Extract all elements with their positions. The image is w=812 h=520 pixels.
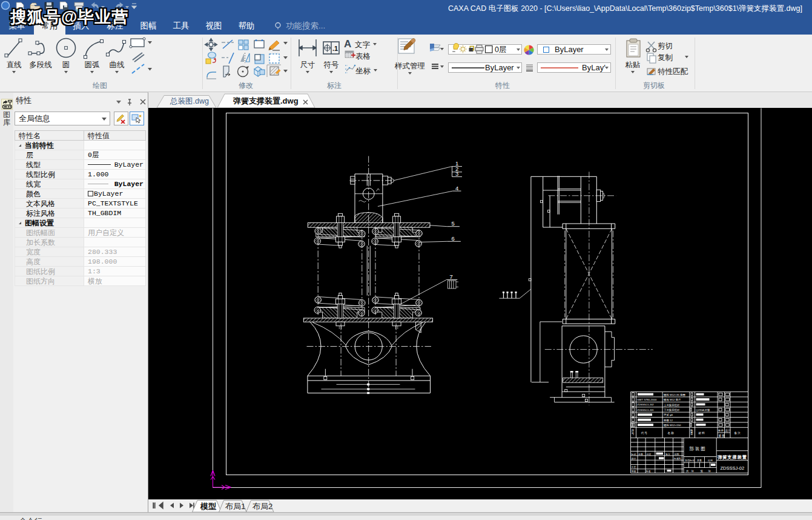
svg-text:质量: 质量 (697, 459, 702, 462)
svg-text:上支撑座组焊: 上支撑座组焊 (664, 404, 680, 407)
svg-text:布局1: 布局1 (225, 502, 245, 511)
svg-text:螺栓 M12×150: 螺栓 M12×150 (664, 424, 681, 427)
svg-text:3: 3 (455, 170, 458, 177)
svg-text:A: A (344, 38, 351, 50)
svg-text:张: 张 (692, 470, 695, 473)
svg-text:5: 5 (452, 220, 455, 227)
svg-text:下支撑座组焊: 下支撑座组焊 (664, 408, 680, 412)
svg-text:标记: 标记 (631, 453, 636, 456)
svg-text:弹簧 φ6: 弹簧 φ6 (664, 413, 673, 416)
svg-text:7: 7 (450, 273, 453, 280)
svg-text:垫圈 12: 垫圈 12 (664, 419, 673, 422)
svg-text:量: 量 (690, 432, 693, 435)
svg-text:张: 张 (708, 470, 711, 473)
svg-text:Q235A 焊接: Q235A 焊接 (696, 408, 710, 412)
svg-text:备 注: 备 注 (734, 432, 741, 435)
svg-text:螺母 M12 垫片: 螺母 M12 垫片 (664, 398, 681, 401)
svg-text:号: 号 (632, 432, 635, 435)
svg-text:重 量: 重 量 (719, 434, 725, 438)
svg-text:螺栓 M12×35 垫圈: 螺栓 M12×35 垫圈 (664, 393, 685, 396)
svg-text:ZDSSSJ-LJ01: ZDSSSJ-LJ01 (637, 408, 654, 412)
svg-text:.1: .1 (332, 45, 338, 52)
svg-text:0层: 0层 (495, 45, 506, 54)
svg-text:部装图: 部装图 (689, 446, 707, 452)
svg-text:材 料: 材 料 (698, 432, 705, 435)
svg-text:模型: 模型 (200, 502, 216, 511)
svg-text:签字: 签字 (665, 453, 670, 456)
svg-text:弹簧支撑装置.dwg: 弹簧支撑装置.dwg (233, 96, 299, 105)
svg-text:序: 序 (632, 429, 635, 432)
svg-text:工艺: 工艺 (632, 465, 636, 468)
svg-text:数: 数 (690, 429, 693, 432)
svg-text:审核: 审核 (632, 470, 636, 473)
svg-text:代 号: 代 号 (641, 432, 648, 435)
svg-text:名 称: 名 称 (668, 432, 675, 435)
svg-text:处数: 处数 (639, 453, 644, 456)
svg-text:布局2: 布局2 (252, 502, 272, 511)
svg-text:ZDSSSJ-02: ZDSSSJ-02 (720, 465, 744, 471)
svg-text:单件: 单件 (718, 429, 724, 432)
svg-text:第: 第 (701, 470, 704, 473)
svg-text:GB/T 5780-2000: GB/T 5780-2000 (637, 398, 657, 401)
svg-text:总装图.dwg: 总装图.dwg (170, 97, 209, 105)
svg-text:设计: 设计 (632, 457, 636, 460)
svg-text:4: 4 (455, 185, 458, 192)
svg-text:比例: 比例 (708, 459, 713, 462)
svg-text:ZDSSSJ-LJ02: ZDSSSJ-LJ02 (637, 403, 654, 406)
svg-text:分区: 分区 (647, 453, 652, 456)
svg-text:日期: 日期 (675, 453, 679, 456)
svg-text:标准化: 标准化 (673, 457, 681, 460)
svg-text:总计: 总计 (725, 429, 731, 432)
svg-text:批准: 批准 (646, 470, 651, 473)
svg-text:阶段标记: 阶段标记 (685, 459, 695, 462)
svg-text:弹簧支撑装置: 弹簧支撑装置 (718, 455, 747, 460)
svg-text:共: 共 (686, 470, 689, 473)
svg-text:6: 6 (452, 235, 455, 242)
